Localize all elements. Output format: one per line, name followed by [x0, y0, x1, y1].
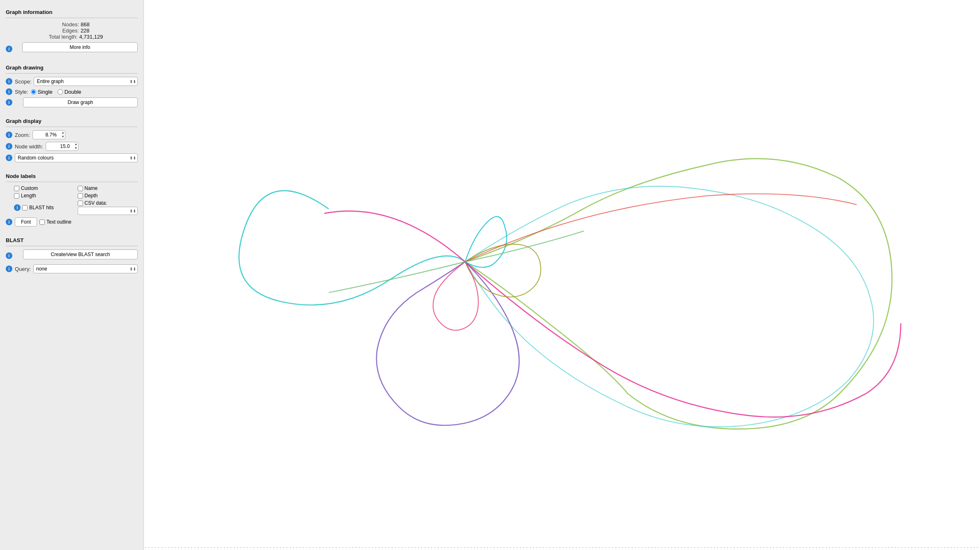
graph-information-title: Graph information	[6, 9, 138, 15]
style-double-radio[interactable]	[58, 89, 63, 95]
draw-graph-info-icon[interactable]: i	[6, 99, 12, 106]
node-width-label: Node width:	[15, 143, 43, 150]
sidebar: Graph information Nodes: 868 Edges: 228 …	[0, 0, 144, 550]
style-label: Style:	[15, 89, 28, 95]
custom-checkbox[interactable]	[14, 186, 19, 191]
colour-info-icon[interactable]: i	[6, 155, 12, 161]
query-info-icon[interactable]: i	[6, 266, 12, 272]
zoom-down-button[interactable]: ▼	[61, 135, 65, 139]
node-width-input[interactable]	[46, 142, 79, 151]
query-row: i Query: none ⬆⬇	[6, 264, 138, 273]
blast-hits-label[interactable]: BLAST hits	[22, 205, 54, 210]
more-info-icon[interactable]: i	[6, 46, 12, 52]
graph-information-section: Graph information Nodes: 868 Edges: 228 …	[6, 5, 138, 56]
style-single-text: Single	[38, 89, 53, 95]
style-info-icon[interactable]: i	[6, 88, 12, 95]
zoom-input[interactable]	[32, 130, 65, 139]
node-labels-section: Node labels Custom Name Length Depth	[6, 169, 138, 229]
bottom-dots	[144, 545, 980, 550]
node-labels-title: Node labels	[6, 173, 138, 179]
graph-display-title: Graph display	[6, 118, 138, 124]
zoom-label: Zoom:	[15, 132, 30, 138]
total-length-value: 4,731,129	[79, 34, 103, 40]
name-label[interactable]: Name	[78, 185, 138, 191]
scope-info-icon[interactable]: i	[6, 78, 12, 85]
csv-data-select-wrapper: ⬆⬇	[78, 207, 138, 215]
edges-value: 228	[81, 28, 90, 34]
text-outline-checkbox[interactable]	[39, 220, 45, 225]
nodes-value: 868	[81, 21, 90, 28]
query-label: Query:	[15, 266, 31, 272]
edges-label: Edges:	[62, 28, 79, 34]
length-label[interactable]: Length	[14, 193, 74, 199]
graph-svg[interactable]	[144, 0, 980, 550]
node-width-up-button[interactable]: ▲	[74, 142, 78, 146]
blast-title: BLAST	[6, 237, 138, 243]
font-button[interactable]: Font	[15, 217, 37, 226]
name-text: Name	[85, 185, 98, 191]
style-radio-group: Single Double	[31, 89, 81, 95]
length-checkbox[interactable]	[14, 193, 19, 199]
query-select-wrapper: none ⬆⬇	[33, 264, 138, 273]
zoom-up-button[interactable]: ▲	[61, 131, 65, 135]
name-checkbox[interactable]	[78, 186, 83, 191]
depth-text: Depth	[85, 193, 98, 199]
zoom-stepper: ▲ ▼	[61, 130, 65, 139]
font-info-icon[interactable]: i	[6, 219, 12, 225]
node-width-info-icon[interactable]: i	[6, 143, 12, 150]
style-row: i Style: Single Double	[6, 88, 138, 95]
text-outline-label[interactable]: Text outline	[39, 219, 72, 225]
csv-data-checkbox[interactable]	[78, 201, 83, 206]
length-text: Length	[21, 193, 36, 199]
node-labels-grid: Custom Name Length Depth i BLAST hits	[14, 185, 138, 215]
depth-checkbox[interactable]	[78, 193, 83, 199]
csv-data-wrapper: CSV data: ⬆⬇	[78, 200, 138, 215]
blast-info-icon[interactable]: i	[6, 252, 12, 259]
colour-row: i Random colours Uniform colour Colour b…	[6, 153, 138, 162]
style-double-label[interactable]: Double	[58, 89, 81, 95]
node-width-stepper: ▲ ▼	[74, 142, 78, 151]
node-width-down-button[interactable]: ▼	[74, 146, 78, 150]
csv-data-label[interactable]: CSV data:	[78, 200, 138, 206]
zoom-input-wrapper: ▲ ▼	[32, 130, 65, 139]
node-width-row: i Node width: ▲ ▼	[6, 142, 138, 151]
depth-label[interactable]: Depth	[78, 193, 138, 199]
create-blast-button[interactable]: Create/view BLAST search	[23, 250, 138, 259]
style-single-label[interactable]: Single	[31, 89, 53, 95]
blast-hits-checkbox[interactable]	[22, 205, 28, 210]
scope-select-wrapper: Entire graph Around nodes Around blast h…	[34, 77, 138, 86]
blast-hits-info-icon[interactable]: i	[14, 204, 21, 211]
font-row: i Font Text outline	[6, 217, 138, 226]
custom-text: Custom	[21, 185, 38, 191]
zoom-info-icon[interactable]: i	[6, 132, 12, 138]
create-blast-row: i Create/view BLAST search	[6, 250, 138, 262]
more-info-row: i More info	[6, 42, 138, 55]
node-width-input-wrapper: ▲ ▼	[46, 142, 79, 151]
graph-display-section: Graph display i Zoom: ▲ ▼ i Node width: …	[6, 114, 138, 165]
zoom-row: i Zoom: ▲ ▼	[6, 130, 138, 139]
scope-select[interactable]: Entire graph Around nodes Around blast h…	[34, 77, 138, 86]
graph-drawing-title: Graph drawing	[6, 65, 138, 71]
custom-label[interactable]: Custom	[14, 185, 74, 191]
total-length-label: Total length:	[49, 34, 78, 40]
text-outline-text: Text outline	[46, 219, 72, 225]
more-info-button[interactable]: More info	[22, 42, 138, 52]
draw-graph-row: i Draw graph	[6, 97, 138, 107]
style-single-radio[interactable]	[31, 89, 36, 95]
draw-graph-button[interactable]: Draw graph	[23, 97, 138, 107]
edges-row: Edges: 228	[14, 28, 138, 34]
graph-drawing-section: Graph drawing i Scope: Entire graph Arou…	[6, 60, 138, 110]
graph-area[interactable]	[144, 0, 980, 550]
blast-hits-text: BLAST hits	[29, 205, 54, 210]
nodes-label: Nodes:	[62, 21, 79, 28]
total-length-row: Total length: 4,731,129	[14, 34, 138, 40]
scope-label: Scope:	[15, 79, 31, 85]
nodes-row: Nodes: 868	[14, 21, 138, 28]
csv-data-select[interactable]	[78, 207, 138, 215]
query-select[interactable]: none	[33, 264, 138, 273]
style-double-text: Double	[65, 89, 81, 95]
graph-stats: Nodes: 868 Edges: 228 Total length: 4,73…	[14, 21, 138, 40]
scope-row: i Scope: Entire graph Around nodes Aroun…	[6, 77, 138, 86]
blast-hits-row: i BLAST hits	[14, 200, 74, 215]
colour-select[interactable]: Random colours Uniform colour Colour by …	[15, 153, 138, 162]
